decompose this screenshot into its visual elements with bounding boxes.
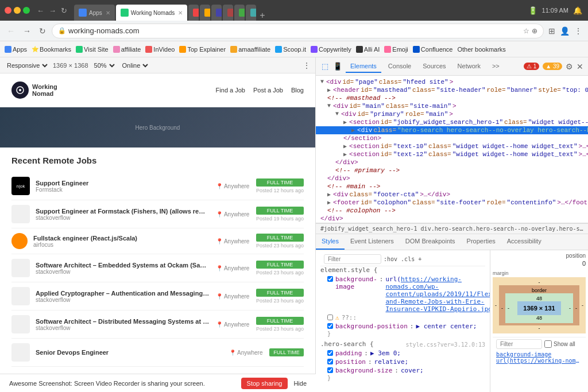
hide-button[interactable]: Hide	[293, 380, 307, 387]
element-line-7[interactable]: </section>	[316, 134, 588, 142]
style-tab-event-listeners[interactable]: Event Listeners	[345, 234, 400, 250]
extension-puzzle-icon[interactable]: ⊞	[547, 25, 556, 37]
element-line-1[interactable]: ▶ <header id="masthead" class="site-head…	[316, 86, 588, 94]
back-icon[interactable]: ←	[36, 5, 45, 16]
bookmark-alliai[interactable]: Alli AI	[356, 46, 380, 53]
nav-find-job[interactable]: Find a Job	[216, 87, 245, 94]
prop-check-position[interactable]	[327, 359, 333, 364]
nav-post-job[interactable]: Post a Job	[253, 87, 283, 94]
reload-button[interactable]: ↻	[37, 25, 48, 37]
device-icon[interactable]: 📱	[332, 61, 343, 72]
devtools-tab-network[interactable]: Network	[453, 60, 485, 73]
tab-6[interactable]	[223, 5, 233, 21]
star-icon[interactable]: ☆	[523, 27, 529, 35]
element-line-4[interactable]: ▼ <div id="primary" role="main">	[316, 110, 588, 118]
prop-check-bg-pos[interactable]	[327, 323, 333, 329]
maximize-button[interactable]	[23, 7, 30, 14]
devtools-settings-icon[interactable]: ⚙	[566, 62, 573, 71]
element-line-11[interactable]: <!-- #primary -->	[316, 166, 588, 174]
filter-pseudo[interactable]: :hov .cls +	[384, 256, 421, 262]
bg-image-link[interactable]: https://working-nomads.com/wp-content/up…	[385, 275, 490, 313]
tab-5[interactable]	[211, 5, 222, 21]
toggle-3[interactable]: ▼	[327, 103, 331, 109]
bookmark-visit-site[interactable]: Visit Site	[76, 46, 109, 53]
toggle-1[interactable]: ▶	[327, 87, 331, 94]
extension-icon[interactable]: ⊕	[532, 27, 537, 35]
element-line-8[interactable]: ▶ <section id="text-10" class="widget wi…	[316, 142, 588, 150]
prop-check-bg-size[interactable]	[327, 367, 333, 373]
bookmark-emoji[interactable]: Emoji	[384, 46, 408, 53]
viewport-online-select[interactable]: Online	[120, 61, 150, 69]
bookmark-scoopit[interactable]: Scoop.it	[275, 46, 306, 53]
bookmark-top-explainer[interactable]: Top Explainer	[179, 46, 226, 53]
show-all-checkbox[interactable]	[544, 340, 552, 348]
prop-check-warning[interactable]	[327, 315, 333, 320]
bookmark-other[interactable]: Other bookmarks	[457, 46, 505, 53]
forward-icon[interactable]: →	[48, 5, 57, 16]
element-line-14[interactable]: ▶ <div class="footer-cta">…</div>	[316, 191, 588, 199]
devtools-tab-elements[interactable]: Elements	[346, 60, 381, 73]
element-line-12[interactable]: </div>	[316, 174, 588, 183]
devtools-close-icon[interactable]: ✕	[577, 62, 583, 71]
account-icon[interactable]: 👤	[559, 25, 571, 37]
bookmark-copywritely[interactable]: Copywritely	[311, 46, 351, 53]
toggle-4[interactable]: ▼	[335, 111, 339, 117]
bottom-filter-input[interactable]	[496, 339, 542, 349]
style-tab-properties[interactable]: Properties	[461, 234, 501, 250]
tab-close-2[interactable]: ✕	[178, 10, 183, 16]
style-source-link[interactable]: style.css?ver=3.12.0:13	[406, 341, 485, 348]
prop-check-bg-image[interactable]	[327, 276, 333, 282]
viewport-zoom-select[interactable]: 50%	[92, 61, 117, 69]
prop-check-padding[interactable]	[327, 350, 333, 356]
bookmark-apps[interactable]: Apps	[5, 46, 27, 53]
show-all-label[interactable]: Show all	[544, 340, 575, 348]
tab-4[interactable]	[200, 5, 210, 21]
viewport-mode-select[interactable]: Responsive	[5, 61, 49, 69]
minimize-button[interactable]	[14, 7, 21, 14]
stop-sharing-button[interactable]: Stop sharing	[241, 378, 288, 389]
inspect-icon[interactable]: ⬚	[320, 61, 330, 72]
toggle-5[interactable]: ▶	[343, 119, 347, 126]
element-line-0[interactable]: ▼ <div id="page" class="hfeed site">	[316, 78, 588, 86]
devtools-tab-console[interactable]: Console	[384, 60, 416, 73]
tab-8[interactable]	[246, 5, 256, 21]
back-button[interactable]: ←	[5, 25, 17, 37]
element-line-2[interactable]: <!-- #masthead -->	[316, 94, 588, 102]
element-line-15[interactable]: ▶ <footer id="colophon" class="site-foot…	[316, 199, 588, 207]
devtools-tab-more[interactable]: >>	[488, 60, 504, 73]
style-tab-dom-breakpoints[interactable]: DOM Breakpoints	[400, 234, 461, 250]
bookmark-affiliate[interactable]: affiliate	[113, 46, 141, 53]
element-line-9[interactable]: ▶ <section id="text-12" class="widget wi…	[316, 150, 588, 158]
tab-1[interactable]: Apps ✕	[74, 5, 115, 21]
filter-input[interactable]	[324, 254, 381, 264]
menu-icon[interactable]: ⋮	[573, 25, 583, 37]
tab-2[interactable]: Working Nomads ✕	[116, 5, 188, 21]
element-line-6[interactable]: ▶ <div class="hero-search hero-search--n…	[316, 126, 588, 134]
element-line-13[interactable]: <!-- #main -->	[316, 183, 588, 191]
bookmark-bookmarks[interactable]: ⭐ Bookmarks	[32, 46, 71, 53]
viewport-more-icon[interactable]: ⋮	[303, 61, 311, 70]
element-line-16[interactable]: <!-- #colophon -->	[316, 207, 588, 215]
element-line-17[interactable]: </div>	[316, 215, 588, 223]
new-tab-button[interactable]: +	[257, 10, 267, 21]
element-line-5[interactable]: ▶ <section id="jobify_widget_search_hero…	[316, 118, 588, 126]
bookmark-confluence[interactable]: Confluence	[413, 46, 453, 53]
style-tab-accessibility[interactable]: Accessibility	[501, 234, 547, 250]
style-tab-styles[interactable]: Styles	[316, 234, 345, 250]
url-bar[interactable]: 🔒 working-nomads.com ☆ ⊕	[52, 24, 544, 38]
notification-icon[interactable]: 🔔	[572, 5, 583, 16]
refresh-icon[interactable]: ↻	[60, 5, 68, 16]
devtools-tab-sources[interactable]: Sources	[418, 60, 450, 73]
close-button[interactable]	[5, 7, 11, 14]
bookmark-amaaffiliate[interactable]: amaaffiliate	[230, 46, 270, 53]
bookmark-invideo[interactable]: InVideo	[145, 46, 175, 53]
forward-button[interactable]: →	[21, 25, 33, 37]
tab-3[interactable]	[188, 5, 199, 21]
tab-close-1[interactable]: ✕	[106, 10, 110, 16]
toggle-0[interactable]: ▼	[320, 79, 324, 85]
element-line-3[interactable]: ▼ <div id="main" class="site-main">	[316, 102, 588, 110]
bottom-style-link[interactable]: background-imageurl(https://working-noma…	[496, 351, 582, 364]
nav-blog[interactable]: Blog	[291, 87, 304, 94]
element-line-10[interactable]: </div>	[316, 158, 588, 166]
tab-7[interactable]	[234, 5, 245, 21]
